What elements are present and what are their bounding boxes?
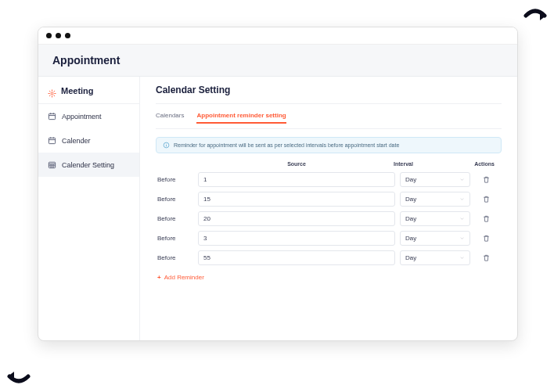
column-header-source: Source [200,161,394,167]
reminder-rows: Before Day Before [156,170,502,268]
svg-rect-5 [49,138,55,143]
chevron-down-icon [459,255,465,261]
plus-icon: + [157,274,161,281]
reminder-row: Before Day [156,170,502,189]
info-icon [163,142,170,149]
tabs: Calendars Appointment reminder setting [156,104,502,129]
app-header: Appointment [38,45,517,77]
traffic-dot-max[interactable] [65,33,70,38]
info-banner: Reminder for appointment will be sent as… [156,137,502,153]
app-window: Appointment Meeting Appointment Calende [38,27,518,341]
row-before-label: Before [156,196,198,203]
decorative-arrow-bl [5,359,33,387]
sidebar-item-calendar[interactable]: Calender [38,128,139,153]
sidebar-section-meeting[interactable]: Meeting [38,81,139,104]
reminder-value-input[interactable] [198,250,395,265]
window-titlebar [38,27,517,45]
info-text: Reminder for appointment will be sent as… [174,142,399,148]
sidebar-item-label: Appointment [62,113,102,120]
chevron-down-icon [459,216,465,221]
calendar-icon [48,136,56,145]
svg-rect-9 [49,162,55,167]
reminder-value-input[interactable] [198,192,395,207]
main-content: Calendar Setting Calendars Appointment r… [140,77,517,340]
calendar-grid-icon [48,160,56,169]
app-title: Appointment [52,54,503,67]
interval-value: Day [405,254,416,261]
interval-select[interactable]: Day [400,250,470,265]
reminder-row: Before Day [156,189,502,209]
svg-point-16 [166,144,167,145]
reminder-value-input[interactable] [198,211,395,226]
row-before-label: Before [156,215,198,222]
interval-value: Day [405,196,416,203]
traffic-dot-close[interactable] [46,33,52,38]
chevron-down-icon [459,236,465,241]
sidebar-item-label: Calender [62,137,91,145]
delete-row-button[interactable] [482,234,491,243]
svg-point-0 [51,92,53,95]
reminder-row: Before Day [156,228,502,248]
sidebar-item-calendar-setting[interactable]: Calender Setting [38,153,139,177]
traffic-dot-min[interactable] [56,33,61,38]
decorative-arrow-tr [521,5,549,33]
row-before-label: Before [156,235,198,242]
reminder-value-input[interactable] [198,231,395,246]
row-before-label: Before [156,254,198,261]
delete-row-button[interactable] [482,254,491,262]
tab-calendars[interactable]: Calendars [156,112,184,124]
delete-row-button[interactable] [482,214,491,223]
interval-select[interactable]: Day [400,231,470,246]
row-before-label: Before [156,176,198,183]
delete-row-button[interactable] [482,175,491,184]
interval-select[interactable]: Day [400,211,470,226]
reminder-value-input[interactable] [198,172,395,187]
sidebar: Meeting Appointment Calender Calender Se… [38,77,140,340]
table-header: Source Interval Actions [156,161,502,167]
svg-rect-1 [49,113,55,119]
interval-value: Day [405,176,416,183]
chevron-down-icon [459,177,465,182]
column-header-interval: Interval [394,161,469,167]
sidebar-item-label: Calender Setting [62,161,114,169]
sidebar-item-appointment[interactable]: Appointment [38,104,139,128]
tab-reminder-setting[interactable]: Appointment reminder setting [196,112,286,124]
gear-icon [48,87,56,95]
delete-row-button[interactable] [482,195,491,203]
sidebar-section-label: Meeting [61,86,94,95]
calendar-icon [48,112,56,120]
add-reminder-label: Add Reminder [164,274,204,281]
interval-value: Day [405,235,416,242]
add-reminder-button[interactable]: + Add Reminder [156,274,204,281]
interval-value: Day [405,215,416,222]
chevron-down-icon [459,196,465,202]
reminder-row: Before Day [156,248,502,268]
interval-select[interactable]: Day [400,172,470,187]
interval-select[interactable]: Day [400,192,470,207]
column-header-actions: Actions [469,161,500,167]
page-title: Calendar Setting [156,85,502,104]
reminder-row: Before Day [156,209,502,228]
